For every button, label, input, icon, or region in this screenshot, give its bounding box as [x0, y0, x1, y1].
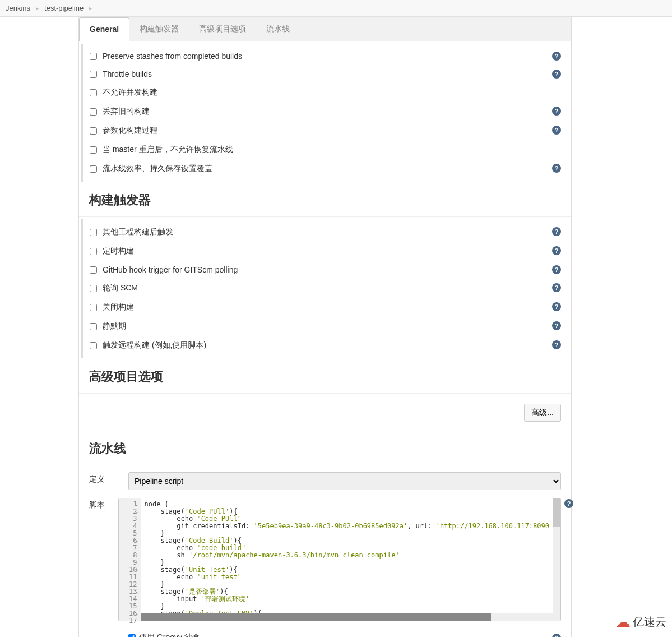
trigger-option-row: 静默期?: [83, 317, 571, 336]
trigger-checkbox[interactable]: [90, 229, 97, 236]
tab-triggers[interactable]: 构建触发器: [129, 17, 189, 41]
watermark: ☁ 亿速云: [615, 613, 666, 631]
help-icon[interactable]: ?: [552, 340, 561, 349]
general-option-row: Preserve stashes from completed builds?: [83, 47, 571, 65]
general-option-row: 参数化构建过程?: [83, 121, 571, 140]
trigger-checkbox[interactable]: [90, 285, 97, 292]
general-label: 参数化构建过程: [103, 126, 157, 136]
section-triggers: 其他工程构建后触发?定时构建?GitHub hook trigger for G…: [79, 219, 571, 358]
trigger-label: 定时构建: [103, 246, 134, 256]
tab-pipeline[interactable]: 流水线: [256, 17, 300, 41]
help-icon[interactable]: ?: [552, 302, 561, 311]
chevron-right-icon: ▸: [89, 5, 92, 11]
general-label: 不允许并发构建: [103, 87, 157, 98]
section-pipeline: 定义 Pipeline script 脚本 1▾2▾3456▾78910▾111…: [79, 465, 571, 637]
watermark-text: 亿速云: [633, 615, 666, 630]
breadcrumb-item-jenkins[interactable]: Jenkins: [6, 4, 30, 12]
breadcrumb-item-pipeline[interactable]: test-pipeline: [44, 4, 84, 12]
general-label: Throttle builds: [103, 70, 152, 79]
general-checkbox[interactable]: [90, 108, 97, 116]
trigger-label: 其他工程构建后触发: [103, 227, 173, 237]
help-icon[interactable]: ?: [552, 227, 561, 236]
general-checkbox[interactable]: [90, 127, 97, 135]
help-icon[interactable]: ?: [552, 164, 561, 173]
help-icon[interactable]: ?: [552, 107, 561, 116]
section-general: Preserve stashes from completed builds?T…: [79, 44, 571, 182]
cloud-logo-icon: ☁: [615, 613, 631, 631]
general-option-row: Throttle builds?: [83, 65, 571, 83]
advanced-row: 高级...: [79, 394, 571, 432]
general-checkbox[interactable]: [90, 89, 97, 96]
help-icon[interactable]: ?: [552, 52, 561, 61]
editor-code[interactable]: node { stage('Code PUll'){ echo "Code PU…: [141, 498, 553, 621]
trigger-option-row: 其他工程构建后触发?: [83, 223, 571, 242]
help-icon[interactable]: ?: [552, 70, 561, 79]
general-option-row: 流水线效率、持久保存设置覆盖?: [83, 159, 571, 178]
help-icon[interactable]: ?: [552, 634, 561, 637]
scrollbar-horizontal[interactable]: [141, 613, 553, 621]
trigger-option-row: 触发远程构建 (例如,使用脚本)?: [83, 336, 571, 355]
chevron-right-icon: ▸: [36, 5, 39, 11]
general-label: 当 master 重启后，不允许恢复流水线: [103, 145, 233, 155]
help-icon[interactable]: ?: [552, 246, 561, 255]
general-option-row: 当 master 重启后，不允许恢复流水线: [83, 140, 571, 159]
help-icon[interactable]: ?: [552, 265, 561, 274]
general-checkbox[interactable]: [90, 53, 97, 60]
section-heading-triggers: 构建触发器: [79, 184, 571, 217]
tab-advanced[interactable]: 高级项目选项: [189, 17, 256, 41]
general-checkbox[interactable]: [90, 146, 97, 154]
trigger-label: GitHub hook trigger for GITScm polling: [103, 265, 238, 274]
definition-label: 定义: [89, 472, 128, 484]
trigger-checkbox[interactable]: [90, 342, 97, 349]
general-label: Preserve stashes from completed builds: [103, 52, 242, 61]
trigger-checkbox[interactable]: [90, 304, 97, 311]
help-icon[interactable]: ?: [552, 321, 561, 330]
help-icon[interactable]: ?: [564, 499, 573, 508]
groovy-sandbox-checkbox[interactable]: [128, 634, 136, 638]
section-heading-pipeline: 流水线: [79, 432, 571, 465]
trigger-label: 触发远程构建 (例如,使用脚本): [103, 340, 206, 350]
tabs-bar: General 构建触发器 高级项目选项 流水线: [79, 17, 571, 41]
breadcrumb: Jenkins ▸ test-pipeline ▸: [0, 0, 672, 17]
general-option-row: 不允许并发构建: [83, 83, 571, 102]
advanced-button[interactable]: 高级...: [524, 404, 561, 422]
trigger-option-row: 定时构建?: [83, 242, 571, 261]
general-label: 流水线效率、持久保存设置覆盖: [103, 164, 212, 174]
trigger-checkbox[interactable]: [90, 266, 97, 274]
general-option-row: 丢弃旧的构建?: [83, 102, 571, 121]
script-editor[interactable]: 1▾2▾3456▾78910▾111213▾141516▾17 node { s…: [118, 498, 562, 621]
trigger-option-row: 关闭构建?: [83, 298, 571, 317]
section-heading-advanced: 高级项目选项: [79, 361, 571, 394]
trigger-option-row: 轮询 SCM?: [83, 279, 571, 298]
general-label: 丢弃旧的构建: [103, 107, 150, 117]
trigger-label: 静默期: [103, 321, 126, 331]
trigger-checkbox[interactable]: [90, 323, 97, 330]
scrollbar-vertical[interactable]: [553, 498, 560, 621]
trigger-label: 轮询 SCM: [103, 283, 138, 293]
config-form: General 构建触发器 高级项目选项 流水线 Preserve stashe…: [78, 17, 572, 637]
general-checkbox[interactable]: [90, 165, 97, 173]
general-checkbox[interactable]: [90, 71, 97, 78]
editor-gutter: 1▾2▾3456▾78910▾111213▾141516▾17: [119, 498, 141, 621]
script-label: 脚本: [89, 498, 118, 510]
tab-general[interactable]: General: [79, 17, 129, 41]
help-icon[interactable]: ?: [552, 283, 561, 292]
trigger-checkbox[interactable]: [90, 248, 97, 255]
definition-select[interactable]: Pipeline script: [128, 472, 561, 490]
trigger-label: 关闭构建: [103, 302, 134, 312]
help-icon[interactable]: ?: [552, 126, 561, 135]
groovy-sandbox-label: 使用 Groovy 沙盒: [139, 633, 200, 637]
trigger-option-row: GitHub hook trigger for GITScm polling?: [83, 261, 571, 279]
